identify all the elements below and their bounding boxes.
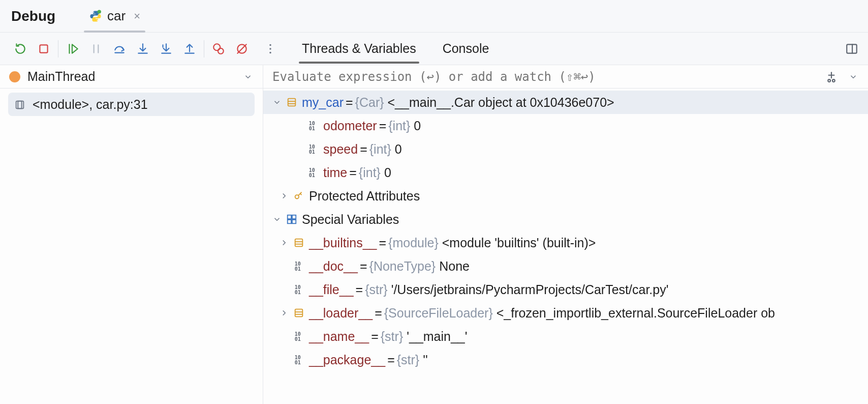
debug-toolbar: Threads & Variables Console [0, 33, 868, 65]
variable-value: '/Users/jetbrains/PycharmProjects/CarTes… [391, 282, 669, 297]
chevron-down-icon[interactable] [270, 97, 284, 108]
variable-name: __doc__ [309, 259, 358, 274]
svg-text:01: 01 [309, 172, 315, 178]
svg-rect-43 [288, 220, 291, 223]
pause-button[interactable] [89, 42, 103, 56]
thread-selector[interactable]: MainThread [0, 65, 263, 89]
python-file-icon [89, 10, 102, 23]
variables-panel: my_car = {Car} <__main__.Car object at 0… [263, 65, 868, 404]
svg-point-17 [218, 48, 224, 53]
key-icon [293, 190, 305, 202]
chevron-down-icon[interactable] [848, 71, 859, 82]
frames-panel: MainThread <module>, car.py:31 [0, 65, 263, 404]
tabstrip: Debug car × [0, 0, 868, 33]
variable-name: __loader__ [309, 306, 373, 321]
view-breakpoints-button[interactable] [211, 42, 226, 56]
svg-rect-52 [295, 309, 303, 317]
chevron-down-icon [242, 71, 254, 82]
variable-type: {module} [388, 236, 439, 250]
tab-threads-variables[interactable]: Threads & Variables [299, 34, 419, 63]
layout-settings-button[interactable] [845, 42, 859, 56]
variable-row-__name__[interactable]: 1001 __name__ = {str} '__main__' [263, 325, 868, 348]
svg-rect-42 [292, 215, 296, 219]
debugger-view-tabs: Threads & Variables Console [299, 34, 492, 63]
variable-group-protected[interactable]: Protected Attributes [263, 184, 868, 208]
class-icon [293, 237, 305, 249]
chevron-right-icon[interactable] [277, 190, 291, 201]
variable-group-special[interactable]: Special Variables [263, 208, 868, 231]
variable-row-__package__[interactable]: 1001 __package__ = {str} '' [263, 348, 868, 371]
step-into-my-code-button[interactable] [159, 42, 173, 56]
svg-marker-5 [72, 44, 78, 53]
add-watch-button[interactable] [824, 70, 839, 84]
svg-text:01: 01 [295, 336, 301, 342]
variable-value: '__main__' [407, 329, 467, 344]
variable-type: {int} [369, 142, 391, 157]
run-config-tab-car[interactable]: car × [80, 0, 149, 33]
tab-console[interactable]: Console [440, 34, 492, 63]
variable-row-time[interactable]: 1001 time = {int} 0 [263, 161, 868, 184]
variable-row-__loader__[interactable]: __loader__ = {SourceFileLoader} <_frozen… [263, 301, 868, 325]
close-tab-icon[interactable]: × [134, 10, 140, 23]
svg-point-0 [93, 12, 94, 13]
svg-point-1 [97, 19, 98, 20]
resume-button[interactable] [66, 42, 80, 56]
svg-rect-26 [18, 101, 21, 109]
svg-point-16 [213, 44, 220, 50]
grid-icon [286, 213, 298, 225]
variable-name: time [323, 165, 347, 180]
svg-rect-25 [16, 101, 24, 109]
variable-type: {str} [381, 329, 403, 344]
more-actions-button[interactable] [263, 42, 277, 56]
thread-status-icon [9, 71, 20, 82]
primitive-icon: 1001 [307, 143, 319, 155]
chevron-right-icon[interactable] [277, 237, 291, 248]
svg-text:01: 01 [295, 266, 301, 272]
variable-name: speed [323, 142, 358, 157]
variable-row-odometer[interactable]: 1001 odometer = {int} 0 [263, 114, 868, 137]
frame-label: <module>, car.py:31 [33, 97, 148, 112]
variable-value: '' [423, 353, 428, 367]
variable-row-__file__[interactable]: 1001 __file__ = {str} '/Users/jetbrains/… [263, 278, 868, 301]
svg-rect-45 [295, 239, 303, 247]
variable-row-__builtins__[interactable]: __builtins__ = {module} <module 'builtin… [263, 231, 868, 254]
svg-text:01: 01 [295, 290, 301, 295]
thread-name: MainThread [27, 69, 95, 84]
svg-rect-3 [40, 45, 47, 52]
svg-point-30 [832, 79, 835, 82]
variable-row-__doc__[interactable]: 1001 __doc__ = {NoneType} None [263, 254, 868, 278]
svg-point-2 [98, 10, 101, 13]
svg-point-21 [269, 48, 271, 49]
primitive-icon: 1001 [293, 330, 305, 342]
variable-row-my_car[interactable]: my_car = {Car} <__main__.Car object at 0… [263, 91, 868, 114]
variable-type: {SourceFileLoader} [384, 306, 493, 321]
step-out-button[interactable] [182, 42, 197, 56]
svg-text:01: 01 [295, 360, 301, 365]
step-into-button[interactable] [136, 42, 150, 56]
variable-value: <module 'builtins' (built-in)> [442, 236, 596, 250]
frame-icon [14, 99, 25, 110]
evaluate-expression-input[interactable] [272, 70, 824, 84]
tool-window-title: Debug [11, 8, 55, 24]
primitive-icon: 1001 [307, 120, 319, 132]
stop-button[interactable] [37, 42, 51, 56]
variable-value: <__main__.Car object at 0x10436e070> [388, 95, 614, 110]
step-over-button[interactable] [112, 42, 127, 56]
svg-rect-44 [292, 220, 296, 223]
chevron-right-icon[interactable] [277, 307, 291, 319]
run-config-name: car [107, 8, 126, 24]
svg-rect-41 [288, 215, 291, 219]
variable-name: odometer [323, 119, 377, 133]
primitive-icon: 1001 [293, 354, 305, 366]
variable-row-speed[interactable]: 1001 speed = {int} 0 [263, 137, 868, 161]
svg-point-20 [269, 44, 271, 45]
svg-text:01: 01 [309, 149, 315, 155]
mute-breakpoints-button[interactable] [235, 42, 249, 56]
group-label: Protected Attributes [309, 189, 420, 204]
variable-type: {int} [388, 119, 410, 133]
stack-frame[interactable]: <module>, car.py:31 [8, 93, 255, 116]
rerun-button[interactable] [13, 42, 27, 56]
variable-name: __name__ [309, 329, 369, 344]
chevron-down-icon[interactable] [270, 214, 284, 225]
variable-type: {str} [397, 353, 419, 367]
